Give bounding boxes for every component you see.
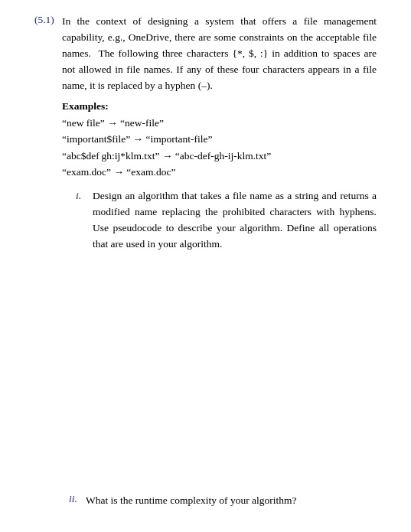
example-2: “important$file” → “important-file” — [62, 131, 377, 148]
part-i-text: Design an algorithm that takes a file na… — [93, 188, 377, 253]
example-1: “new file” → “new-file” — [62, 115, 377, 132]
part-ii-block: ii. What is the runtime complexity of yo… — [69, 493, 342, 509]
examples-label: Examples: — [62, 100, 109, 112]
example-4: “exam.doc” → “exam.doc” — [62, 164, 377, 181]
part-i-row: i. Design an algorithm that takes a file… — [76, 188, 377, 253]
problem-intro: In the context of designing a system tha… — [62, 14, 377, 94]
page-wrapper: (5.1) In the context of designing a syst… — [34, 14, 377, 532]
example-3: “abc$def gh:ij*klm.txt” → “abc-def-gh-ij… — [62, 148, 377, 165]
main-content: (5.1) In the context of designing a syst… — [34, 14, 377, 253]
part-ii-text: What is the runtime complexity of your a… — [86, 493, 342, 509]
problem-block: (5.1) In the context of designing a syst… — [34, 14, 377, 253]
part-ii-label: ii. — [69, 493, 86, 505]
part-i-block: i. Design an algorithm that takes a file… — [76, 188, 377, 253]
examples-block: Examples: “new file” → “new-file” “impor… — [62, 99, 377, 181]
part-i-label: i. — [76, 188, 93, 204]
problem-number: (5.1) — [34, 14, 62, 26]
problem-body: In the context of designing a system tha… — [62, 14, 377, 253]
